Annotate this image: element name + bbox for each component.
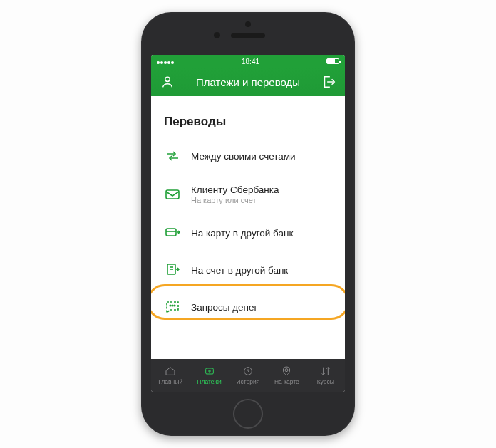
item-sber-client[interactable]: Клиенту Сбербанка На карту или счет bbox=[151, 176, 345, 213]
bottom-tabs: Главный Платежи История На карте Курсы bbox=[151, 359, 345, 392]
item-label: Запросы денег bbox=[191, 302, 257, 313]
item-label: Клиенту Сбербанка bbox=[191, 184, 279, 195]
svg-point-7 bbox=[170, 305, 171, 306]
logout-icon[interactable] bbox=[321, 74, 336, 90]
tab-home[interactable]: Главный bbox=[151, 365, 190, 385]
tab-payments[interactable]: Платежи bbox=[190, 365, 228, 385]
tab-label: Платежи bbox=[197, 378, 221, 385]
item-label: На счет в другой банк bbox=[191, 265, 288, 276]
svg-point-8 bbox=[172, 305, 173, 306]
item-money-requests[interactable]: Запросы денег bbox=[151, 290, 345, 324]
screen: 18:41 Платежи и переводы Переводы Между … bbox=[151, 55, 345, 392]
tab-rates[interactable]: Курсы bbox=[306, 365, 345, 385]
page-title: Платежи и переводы bbox=[175, 76, 321, 88]
chat-icon bbox=[164, 298, 181, 316]
phone-frame: 18:41 Платежи и переводы Переводы Между … bbox=[141, 12, 355, 436]
svg-rect-1 bbox=[166, 190, 179, 199]
item-label: На карту в другой банк bbox=[191, 228, 293, 239]
item-account-other-bank[interactable]: На счет в другой банк bbox=[151, 253, 345, 287]
section-title: Переводы bbox=[151, 96, 345, 139]
home-button[interactable] bbox=[233, 399, 263, 429]
signal-dots-icon bbox=[157, 58, 175, 66]
svg-rect-2 bbox=[166, 229, 176, 236]
swap-arrows-icon bbox=[164, 147, 181, 165]
tab-map[interactable]: На карте bbox=[267, 365, 306, 385]
status-bar: 18:41 bbox=[151, 55, 345, 68]
svg-point-12 bbox=[285, 369, 288, 372]
transfers-list: Переводы Между своими счетами Клиенту Сб… bbox=[151, 96, 345, 359]
svg-point-0 bbox=[165, 77, 170, 81]
tab-history[interactable]: История bbox=[229, 365, 267, 385]
app-header: Платежи и переводы bbox=[151, 68, 345, 96]
battery-icon bbox=[326, 58, 339, 64]
item-label: Между своими счетами bbox=[191, 151, 296, 162]
tab-label: На карте bbox=[274, 378, 299, 385]
status-time: 18:41 bbox=[242, 58, 259, 66]
envelope-icon bbox=[164, 186, 181, 203]
item-card-other-bank[interactable]: На карту в другой банк bbox=[151, 216, 345, 250]
doc-arrow-icon bbox=[164, 261, 181, 278]
item-own-accounts[interactable]: Между своими счетами bbox=[151, 139, 345, 173]
profile-icon[interactable] bbox=[160, 74, 175, 90]
tab-label: История bbox=[236, 378, 259, 385]
item-sub: На карту или счет bbox=[191, 196, 279, 204]
card-arrow-icon bbox=[164, 224, 181, 241]
tab-label: Главный bbox=[158, 378, 182, 385]
svg-point-9 bbox=[174, 305, 175, 306]
tab-label: Курсы bbox=[317, 378, 334, 385]
